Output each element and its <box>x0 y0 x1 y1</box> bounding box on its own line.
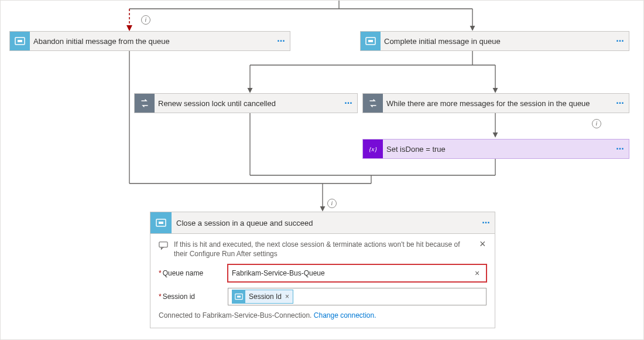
input-value: Fabrikam-Service-Bus-Queue <box>232 269 471 277</box>
field-queue-name: *Queue name Fabrikam-Service-Bus-Queue × <box>159 264 487 282</box>
card-menu-button[interactable]: ··· <box>477 217 495 228</box>
svg-text:{x}: {x} <box>369 145 377 152</box>
note-text: If this is hit and executed, the next cl… <box>174 240 472 259</box>
clear-icon[interactable]: × <box>471 268 484 278</box>
info-icon[interactable]: i <box>327 199 337 208</box>
card-label: Complete initial message in queue <box>381 37 611 46</box>
detail-header[interactable]: Close a session in a queue and succeed ·… <box>150 212 495 234</box>
action-complete-message[interactable]: Complete initial message in queue ··· <box>360 31 629 51</box>
svg-rect-23 <box>159 242 167 247</box>
token-label: Session Id <box>245 293 284 301</box>
card-menu-button[interactable]: ··· <box>611 36 629 46</box>
card-menu-button[interactable]: ··· <box>611 98 629 108</box>
action-close-session-detail: Close a session in a queue and succeed ·… <box>150 212 495 328</box>
card-menu-button[interactable]: ··· <box>340 98 357 108</box>
queue-name-input[interactable]: Fabrikam-Service-Bus-Queue × <box>228 264 487 282</box>
variable-icon: {x} <box>363 140 383 158</box>
info-icon[interactable]: i <box>141 15 150 25</box>
card-menu-button[interactable]: ··· <box>611 144 629 154</box>
service-bus-icon <box>10 32 30 50</box>
loop-icon <box>135 94 155 113</box>
card-menu-button[interactable]: ··· <box>272 36 290 46</box>
action-while-more-messages[interactable]: While there are more messages for the se… <box>362 93 629 113</box>
service-bus-icon <box>232 290 245 303</box>
service-bus-icon <box>150 212 172 233</box>
session-id-input[interactable]: Session Id × <box>228 288 487 305</box>
field-label: *Queue name <box>159 269 228 277</box>
change-connection-link[interactable]: Change connection. <box>314 311 376 319</box>
loop-icon <box>363 94 383 113</box>
action-set-isdone[interactable]: {x} Set isDone = true ··· <box>362 139 629 159</box>
info-icon[interactable]: i <box>592 119 601 128</box>
detail-note: If this is hit and executed, the next cl… <box>159 240 487 259</box>
card-label: Abandon initial message from the queue <box>30 37 272 46</box>
field-label: *Session id <box>159 293 228 301</box>
svg-rect-25 <box>237 296 241 298</box>
detail-title: Close a session in a queue and succeed <box>172 219 477 227</box>
service-bus-icon <box>361 32 381 50</box>
svg-rect-19 <box>368 40 373 42</box>
action-abandon-message[interactable]: Abandon initial message from the queue ·… <box>9 31 290 51</box>
card-label: Set isDone = true <box>383 145 611 154</box>
action-renew-session-lock[interactable]: Renew session lock until cancelled ··· <box>134 93 358 113</box>
close-icon[interactable]: × <box>478 240 487 248</box>
card-label: Renew session lock until cancelled <box>155 99 340 108</box>
field-session-id: *Session id Session Id × <box>159 288 487 305</box>
connection-status: Connected to Fabrikam-Service-Bus-Connec… <box>159 311 487 319</box>
comment-icon <box>159 241 168 250</box>
svg-rect-22 <box>159 222 163 224</box>
workflow-canvas: i i i Abandon initial message from the q… <box>0 0 644 340</box>
remove-token-icon[interactable]: × <box>284 293 293 301</box>
svg-rect-17 <box>18 40 22 42</box>
session-id-token[interactable]: Session Id × <box>232 290 293 304</box>
card-label: While there are more messages for the se… <box>383 99 611 108</box>
